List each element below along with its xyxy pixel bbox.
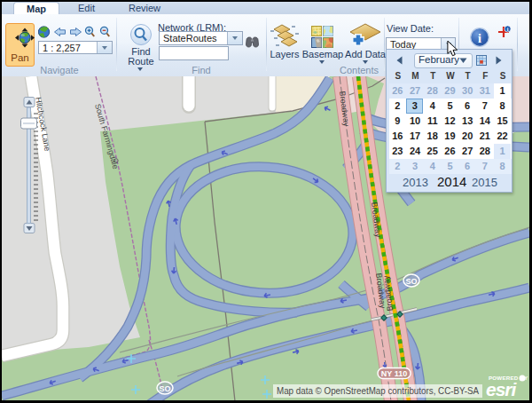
svg-text:NY 110: NY 110 — [381, 369, 407, 378]
svg-text:i: i — [478, 31, 481, 45]
svg-text:Map data © OpenStreetMap contr: Map data © OpenStreetMap contributors, C… — [277, 385, 479, 396]
svg-text:SO: SO — [159, 384, 170, 393]
svg-text:esri: esri — [486, 379, 518, 399]
svg-text:SO: SO — [405, 277, 417, 286]
